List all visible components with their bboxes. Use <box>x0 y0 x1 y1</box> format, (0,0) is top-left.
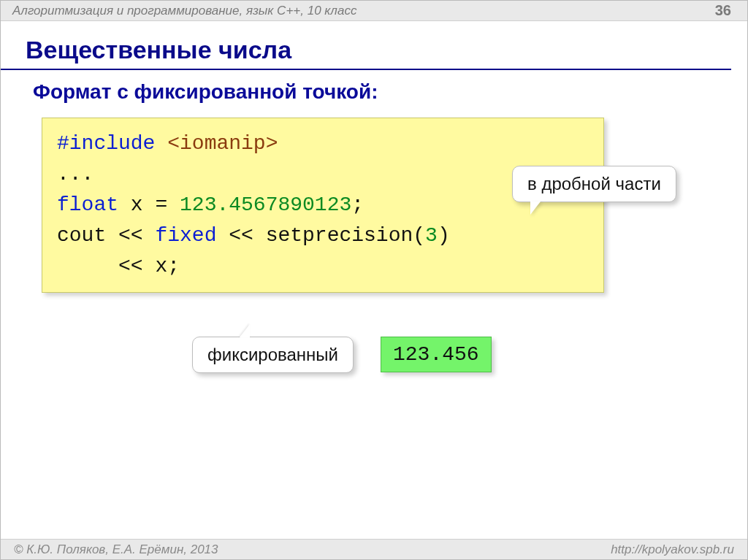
code-line-cout1: cout << fixed << setprecision(3) <box>57 220 589 251</box>
callout-fixed: фиксированный <box>192 337 354 373</box>
cout-x: << x; <box>118 255 180 277</box>
header-bar: Алгоритмизация и программирование, язык … <box>1 1 747 21</box>
callout-fixed-label: фиксированный <box>207 345 338 364</box>
slide-subtitle: Формат с фиксированной точкой: <box>1 70 747 111</box>
float-keyword: float <box>57 193 118 216</box>
code-block: #include <iomanip> ... float x = 123.456… <box>42 118 604 293</box>
fixed-keyword: fixed <box>155 224 216 247</box>
float-literal: 123.4567890123 <box>180 193 351 216</box>
callout-fractional-label: в дробной части <box>527 174 661 193</box>
code-line-include: #include <iomanip> <box>57 129 589 159</box>
include-keyword: #include <box>57 132 155 155</box>
callout-fractional: в дробной части <box>512 166 676 202</box>
code-line-decl: float x = 123.4567890123; <box>57 190 589 220</box>
semicolon: ; <box>351 193 364 216</box>
cout-prefix: cout << <box>57 224 155 247</box>
include-lib: <iomanip> <box>167 132 278 155</box>
setprecision-call: << setprecision( <box>216 224 425 247</box>
footer-copyright: © К.Ю. Поляков, Е.А. Ерёмин, 2013 <box>14 542 218 557</box>
slide-title: Вещественные числа <box>1 21 731 70</box>
footer-url: http://kpolyakov.spb.ru <box>611 542 734 557</box>
callout-tail-icon <box>240 324 250 337</box>
code-line-cout2: << x; <box>57 251 589 282</box>
slide: Алгоритмизация и программирование, язык … <box>0 0 748 560</box>
callout-tail-icon <box>530 202 541 215</box>
page-number: 36 <box>715 2 731 19</box>
code-line-ellipsis: ... <box>57 159 589 190</box>
breadcrumb: Алгоритмизация и программирование, язык … <box>12 4 356 18</box>
output-result: 123.456 <box>381 337 492 372</box>
var-decl: x = <box>118 193 180 216</box>
footer-bar: © К.Ю. Поляков, Е.А. Ерёмин, 2013 http:/… <box>1 539 747 559</box>
close-paren: ) <box>438 224 450 247</box>
precision-arg: 3 <box>425 224 438 247</box>
